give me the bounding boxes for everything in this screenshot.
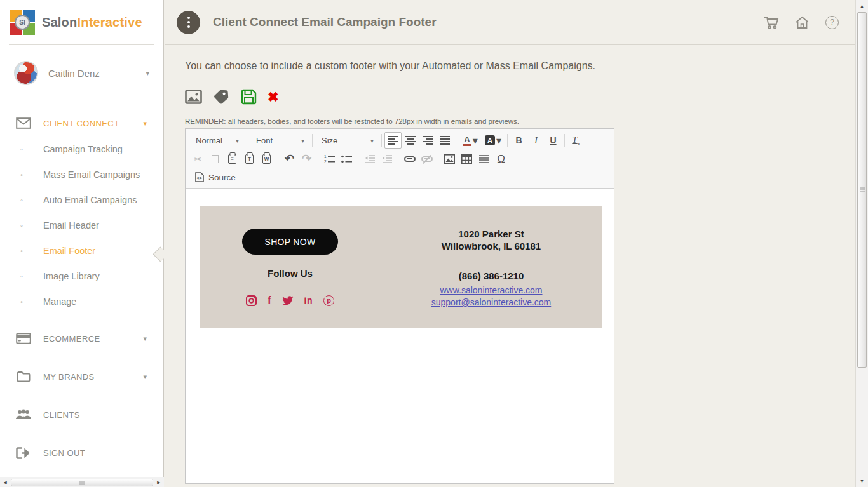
insert-table-button[interactable] (458, 150, 475, 167)
font-family-dropdown[interactable]: Font▾ (250, 132, 309, 149)
scroll-up-arrow[interactable]: ▲ (856, 1, 868, 11)
font-size-dropdown[interactable]: Size▾ (315, 132, 379, 149)
editor-image-button[interactable] (441, 150, 458, 167)
text-color-button[interactable]: A▾ (459, 132, 482, 149)
instagram-icon[interactable] (246, 295, 257, 306)
editor-canvas[interactable]: SHOP NOW Follow Us f in (186, 189, 614, 487)
cart-icon[interactable] (764, 16, 779, 29)
chevron-down-icon: ▾ (473, 135, 478, 147)
salon-interactive-logo-icon: SI (10, 10, 34, 34)
avatar (14, 61, 38, 85)
scroll-left-arrow[interactable]: ◀ (0, 477, 10, 487)
sidebar-item-manage[interactable]: ◦Manage (0, 289, 163, 314)
bullet-icon: ◦ (20, 272, 27, 280)
text-color-icon: A (463, 135, 471, 147)
svg-text:<>: <> (197, 176, 202, 180)
bulleted-list-button[interactable] (338, 150, 355, 167)
align-right-button[interactable] (419, 132, 436, 149)
user-menu[interactable]: Caitlin Denz ▾ (0, 55, 163, 91)
align-left-button[interactable] (384, 132, 402, 149)
brand-logo[interactable]: SI SalonInteractive (9, 0, 154, 45)
sidebar-item-campaign-tracking[interactable]: ◦Campaign Tracking (0, 137, 163, 162)
sidebar: SI SalonInteractive Caitlin Denz ▾ CLIEN… (0, 0, 164, 487)
numbered-list-button[interactable]: 12 (321, 150, 338, 167)
scrollbar-thumb[interactable] (11, 479, 153, 486)
sidebar-item-email-header[interactable]: ◦Email Header (0, 213, 163, 238)
kebab-menu-button[interactable] (177, 11, 200, 34)
increase-indent-button (378, 150, 395, 167)
background-color-button[interactable]: A▾ (482, 132, 505, 149)
toolbar-row-2: ✂ ≡ T W ↶ ↷ 12 (189, 150, 610, 167)
reminder-text: REMINDER: all headers, bodies, and foote… (185, 117, 855, 125)
sidebar-item-client-connect[interactable]: CLIENT CONNECT ▾ (0, 115, 163, 131)
address-line-1: 1020 Parker St (458, 228, 524, 240)
paragraph-format-dropdown[interactable]: Normal▾ (189, 132, 244, 149)
facebook-icon[interactable]: f (268, 294, 271, 307)
cut-button: ✂ (189, 150, 207, 167)
copy-button (207, 150, 224, 167)
unlink-icon (421, 156, 433, 162)
insert-link-button[interactable] (401, 150, 418, 167)
bullet-icon: ◦ (20, 171, 27, 178)
sidebar-item-sign-out[interactable]: SIGN OUT (0, 434, 163, 472)
underline-button[interactable]: U (545, 132, 562, 149)
chevron-down-icon: ▾ (496, 135, 501, 147)
sidebar-item-mass-email-campaigns[interactable]: ◦Mass Email Campaigns (0, 162, 163, 187)
copy-icon (212, 155, 219, 163)
chevron-down-icon: ▾ (143, 373, 147, 381)
sidebar-horizontal-scrollbar[interactable]: ◀ ▶ (0, 477, 164, 487)
toolbar-row-3: <> Source (189, 169, 610, 185)
scroll-down-arrow[interactable]: ▼ (856, 476, 868, 486)
bullet-icon: ◦ (20, 298, 27, 305)
credit-card-icon (15, 333, 32, 344)
header-icons: ? (764, 16, 839, 29)
page-content: You can choose to include a custom foote… (165, 45, 855, 484)
pinterest-icon[interactable]: p (323, 295, 334, 306)
footer-editor: Normal▾ Font▾ Size▾ A▾ A▾ (185, 128, 614, 484)
undo-button[interactable]: ↶ (281, 150, 298, 167)
support-email-link[interactable]: support@saloninteractive.com (431, 297, 552, 307)
chevron-down-icon: ▾ (227, 137, 239, 144)
justify-icon (440, 136, 450, 145)
italic-button[interactable]: I (527, 132, 545, 149)
page-title: Client Connect Email Campaign Footer (213, 15, 437, 29)
sidebar-item-my-brands[interactable]: MY BRANDS ▾ (0, 357, 163, 396)
paste-as-text-button[interactable]: T (241, 150, 258, 167)
remove-format-button[interactable]: Tx (567, 132, 585, 149)
sidebar-item-email-footer[interactable]: ◦Email Footer (0, 238, 163, 264)
paste-from-word-button[interactable]: W (258, 150, 275, 167)
save-button[interactable] (241, 89, 257, 105)
help-icon[interactable]: ? (825, 16, 839, 29)
chevron-down-icon: ▾ (146, 69, 153, 77)
tag-button[interactable] (213, 90, 230, 105)
shop-now-button[interactable]: SHOP NOW (242, 229, 338, 255)
align-right-icon (423, 136, 433, 145)
sidebar-item-clients[interactable]: CLIENTS (0, 396, 163, 434)
scrollbar-thumb[interactable] (857, 12, 867, 368)
horizontal-rule-button[interactable] (475, 150, 492, 167)
bullet-icon: ◦ (20, 145, 27, 153)
svg-text:2: 2 (324, 159, 327, 164)
website-link[interactable]: www.saloninteractive.com (440, 285, 542, 295)
vertical-scrollbar[interactable]: ▲ ▼ (855, 0, 868, 487)
people-icon (15, 409, 32, 420)
sidebar-item-ecommerce[interactable]: ECOMMERCE ▾ (0, 319, 163, 357)
sidebar-item-auto-email-campaigns[interactable]: ◦Auto Email Campaigns (0, 187, 163, 213)
justify-button[interactable] (436, 132, 453, 149)
paste-button[interactable]: ≡ (224, 150, 241, 167)
insert-image-button[interactable] (185, 90, 202, 104)
align-center-button[interactable] (402, 132, 419, 149)
sidebar-item-label: CLIENT CONNECT (43, 119, 119, 128)
link-icon (404, 156, 416, 162)
linkedin-icon[interactable]: in (304, 295, 313, 305)
bold-button[interactable]: B (510, 132, 527, 149)
scroll-right-arrow[interactable]: ▶ (154, 477, 164, 487)
sidebar-item-image-library[interactable]: ◦Image Library (0, 264, 163, 289)
source-button[interactable]: <> Source (189, 169, 241, 185)
special-character-button[interactable]: Ω (492, 150, 510, 167)
delete-button[interactable]: ✖ (268, 90, 279, 103)
chevron-down-icon: ▾ (362, 137, 374, 144)
sign-out-icon (15, 447, 32, 459)
home-icon[interactable] (795, 16, 810, 29)
twitter-icon[interactable] (282, 296, 294, 305)
